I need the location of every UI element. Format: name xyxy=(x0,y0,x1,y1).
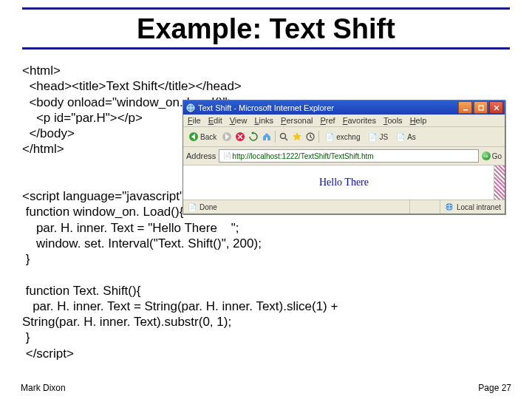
link-exchange[interactable]: 📄 exchng xyxy=(322,131,362,143)
minimize-button[interactable] xyxy=(458,101,472,114)
code-block-script: <script language="javascript"> function … xyxy=(22,188,338,361)
svg-rect-1 xyxy=(463,109,468,111)
status-right: Local intranet xyxy=(440,200,505,214)
forward-arrow-icon[interactable] xyxy=(222,132,232,142)
stop-icon[interactable] xyxy=(235,132,245,142)
status-zone-label: Local intranet xyxy=(457,203,501,211)
refresh-icon[interactable] xyxy=(248,132,259,142)
back-button[interactable]: Back xyxy=(186,131,219,143)
toolbar-separator xyxy=(275,131,276,143)
browser-title-text: Text Shift - Microsoft Internet Explorer xyxy=(198,103,458,112)
address-label: Address xyxy=(186,151,216,160)
menu-favorites[interactable]: Favorites xyxy=(343,116,376,125)
close-button[interactable] xyxy=(489,101,503,114)
ie-icon xyxy=(186,103,195,112)
menu-help[interactable]: Help xyxy=(410,116,427,125)
menu-pref[interactable]: Pref xyxy=(320,116,335,125)
address-bar: Address 📄 http://localhost:1222/TextShif… xyxy=(183,147,505,166)
browser-toolbar: Back xyxy=(183,127,505,147)
title-rule-top xyxy=(22,7,510,10)
go-label: Go xyxy=(492,152,502,160)
browser-viewport: Hello There xyxy=(183,166,505,200)
footer-author: Mark Dixon xyxy=(21,383,66,393)
back-label: Back xyxy=(200,133,216,141)
status-spacer xyxy=(410,200,440,214)
menu-links[interactable]: Links xyxy=(254,116,273,125)
browser-titlebar: Text Shift - Microsoft Internet Explorer xyxy=(183,100,505,115)
svg-rect-2 xyxy=(479,106,483,110)
address-value: http://localhost:1222/TextShift/TextShif… xyxy=(232,152,373,160)
slide-title: Example: Text Shift xyxy=(0,13,532,45)
page-icon: 📄 xyxy=(395,132,406,142)
menu-tools[interactable]: Tools xyxy=(383,116,403,125)
favorites-icon[interactable] xyxy=(292,132,302,142)
menu-personal[interactable]: Personal xyxy=(281,116,313,125)
maximize-button[interactable] xyxy=(474,101,488,114)
page-icon: 📄 xyxy=(222,151,232,161)
title-rule-bottom xyxy=(22,47,510,50)
svg-point-7 xyxy=(281,134,286,139)
search-icon[interactable] xyxy=(279,132,289,142)
link-exchange-label: exchng xyxy=(336,133,360,141)
browser-window: Text Shift - Microsoft Internet Explorer… xyxy=(183,100,505,214)
transparency-hatch xyxy=(494,166,505,200)
go-arrow-icon: ➝ xyxy=(482,151,491,160)
browser-statusbar: 📄 Done Local intranet xyxy=(183,200,505,214)
go-button[interactable]: ➝ Go xyxy=(482,151,502,160)
menu-edit[interactable]: Edit xyxy=(208,116,222,125)
link-js-label: JS xyxy=(379,133,388,141)
menu-file[interactable]: File xyxy=(188,116,201,125)
home-icon[interactable] xyxy=(262,132,272,142)
menu-view[interactable]: View xyxy=(230,116,248,125)
link-js[interactable]: 📄 JS xyxy=(365,131,390,143)
link-as-label: As xyxy=(407,133,416,141)
footer-page: Page 27 xyxy=(478,383,511,393)
browser-menubar: File Edit View Links Personal Pref Favor… xyxy=(183,115,505,127)
status-left: 📄 Done xyxy=(183,200,410,214)
page-text: Hello There xyxy=(319,177,369,188)
zone-icon xyxy=(444,202,454,212)
back-arrow-icon xyxy=(188,132,199,142)
page-icon: 📄 xyxy=(324,132,335,142)
status-done-label: Done xyxy=(200,203,217,211)
link-as[interactable]: 📄 As xyxy=(393,131,418,143)
toolbar-separator-2 xyxy=(318,131,319,143)
history-icon[interactable] xyxy=(305,132,316,142)
svg-rect-6 xyxy=(266,137,267,140)
address-input[interactable]: 📄 http://localhost:1222/TextShift/TextSh… xyxy=(219,149,478,163)
done-icon: 📄 xyxy=(187,202,197,212)
page-icon: 📄 xyxy=(367,132,378,142)
